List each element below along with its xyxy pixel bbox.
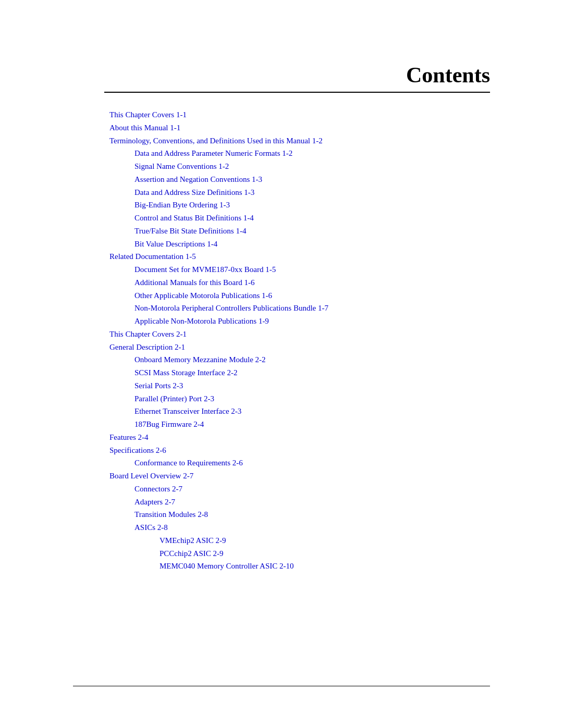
header-rule: [104, 92, 490, 93]
toc-item[interactable]: Control and Status Bit Definitions 1-4: [134, 212, 490, 225]
toc-item[interactable]: This Chapter Covers 2-1: [109, 328, 490, 341]
toc-item[interactable]: MEMC040 Memory Controller ASIC 2-10: [160, 560, 490, 573]
toc-item[interactable]: Terminology, Conventions, and Definition…: [109, 134, 490, 147]
header-area: Contents: [0, 0, 563, 88]
toc-content: This Chapter Covers 1-1About this Manual…: [0, 108, 563, 604]
toc-item[interactable]: PCCchip2 ASIC 2-9: [160, 547, 490, 560]
toc-item[interactable]: Non-Motorola Peripheral Controllers Publ…: [134, 302, 490, 315]
toc-item[interactable]: VMEchip2 ASIC 2-9: [160, 534, 490, 547]
toc-item[interactable]: Transition Modules 2-8: [134, 508, 490, 521]
toc-item[interactable]: Related Documentation 1-5: [109, 250, 490, 263]
toc-item[interactable]: Document Set for MVME187-0xx Board 1-5: [134, 263, 490, 276]
toc-item[interactable]: Specifications 2-6: [109, 444, 490, 457]
toc-item[interactable]: Features 2-4: [109, 431, 490, 444]
toc-item[interactable]: Big-Endian Byte Ordering 1-3: [134, 199, 490, 212]
toc-item[interactable]: Other Applicable Motorola Publications 1…: [134, 289, 490, 302]
footer-rule: [73, 686, 490, 686]
toc-item[interactable]: Applicable Non-Motorola Publications 1-9: [134, 315, 490, 328]
toc-item[interactable]: Serial Ports 2-3: [134, 379, 490, 392]
toc-item[interactable]: Assertion and Negation Conventions 1-3: [134, 173, 490, 186]
toc-item[interactable]: Ethernet Transceiver Interface 2-3: [134, 405, 490, 418]
page-title: Contents: [0, 63, 490, 88]
toc-item[interactable]: 187Bug Firmware 2-4: [134, 418, 490, 431]
toc-item[interactable]: Data and Address Size Definitions 1-3: [134, 186, 490, 199]
toc-item[interactable]: About this Manual 1-1: [109, 121, 490, 134]
toc-item[interactable]: Data and Address Parameter Numeric Forma…: [134, 147, 490, 160]
toc-item[interactable]: True/False Bit State Definitions 1-4: [134, 225, 490, 238]
toc-item[interactable]: Conformance to Requirements 2-6: [134, 456, 490, 470]
toc-item[interactable]: General Description 2-1: [109, 341, 490, 354]
toc-item[interactable]: Parallel (Printer) Port 2-3: [134, 392, 490, 405]
toc-item[interactable]: This Chapter Covers 1-1: [109, 108, 490, 121]
toc-item[interactable]: Connectors 2-7: [134, 483, 490, 496]
toc-item[interactable]: Additional Manuals for this Board 1-6: [134, 276, 490, 289]
toc-item[interactable]: Signal Name Conventions 1-2: [134, 160, 490, 173]
toc-item[interactable]: Bit Value Descriptions 1-4: [134, 238, 490, 251]
toc-item[interactable]: ASICs 2-8: [134, 521, 490, 534]
toc-item[interactable]: Onboard Memory Mezzanine Module 2-2: [134, 353, 490, 366]
toc-item[interactable]: Adapters 2-7: [134, 496, 490, 509]
toc-item[interactable]: SCSI Mass Storage Interface 2-2: [134, 366, 490, 379]
page: Contents This Chapter Covers 1-1About th…: [0, 0, 563, 728]
toc-item[interactable]: Board Level Overview 2-7: [109, 470, 490, 483]
